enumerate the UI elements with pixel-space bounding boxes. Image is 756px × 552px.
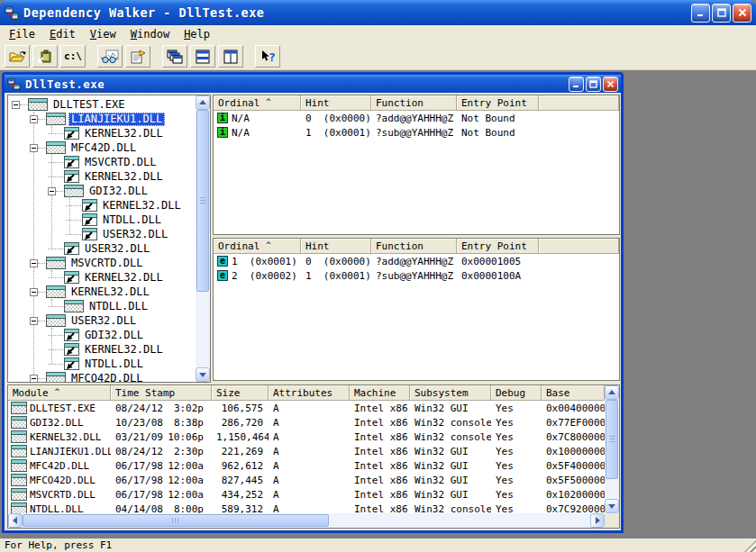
tree-item-dlltest-exe[interactable]: DLLTEST.EXE	[8, 97, 196, 112]
table-row[interactable]: MFC42D.DLL06/17/9812:00a962,612AIntel x8…	[8, 458, 605, 473]
table-row[interactable]: LIANJIEKU1.DLL08/24/122:30p221,269AIntel…	[8, 444, 605, 458]
collapse-toggle-icon[interactable]	[30, 144, 38, 152]
collapse-toggle-icon[interactable]	[12, 101, 20, 109]
collapse-toggle-icon[interactable]	[48, 187, 56, 195]
scroll-left-button[interactable]	[8, 513, 23, 528]
tree-item-user32-dll[interactable]: USER32.DLL	[8, 227, 196, 241]
table-row[interactable]: DLLTEST.EXE08/24/123:02p106,575AIntel x8…	[8, 401, 605, 415]
column-header-hint[interactable]: Hint	[301, 95, 371, 111]
view-undecorated-button[interactable]	[97, 45, 123, 68]
scroll-track[interactable]	[605, 479, 619, 499]
menu-window[interactable]: Window	[123, 26, 177, 42]
child-maximize-button[interactable]	[586, 77, 601, 92]
menu-view[interactable]: View	[83, 26, 123, 42]
child-window-icon[interactable]	[7, 77, 21, 91]
tree-item-ntdll-dll[interactable]: NTDLL.DLL	[8, 299, 196, 313]
collapse-toggle-icon[interactable]	[30, 259, 38, 267]
column-header-function[interactable]: Function	[371, 95, 457, 111]
subsystem-cell: Win32 GUI	[410, 446, 491, 457]
column-header-attributes[interactable]: Attributes	[269, 385, 350, 401]
table-row[interactable]: e1 (0x0001)0 (0x0000)?add@@YAHHH@Z0x0000…	[214, 254, 619, 268]
scroll-down-button[interactable]	[196, 367, 210, 382]
child-close-button[interactable]	[603, 77, 618, 92]
tree-item-ntdll-dll[interactable]: NTDLL.DLL	[8, 357, 196, 371]
table-row[interactable]: KERNEL32.DLL03/21/0910:06p1,150,464AInte…	[8, 430, 605, 444]
column-header-hint[interactable]: Hint	[301, 239, 371, 254]
scroll-down-button[interactable]	[605, 499, 619, 513]
tree-item-label: GDI32.DLL	[82, 329, 146, 342]
child-minimize-button[interactable]	[569, 77, 584, 92]
tree-item-gdi32-dll[interactable]: GDI32.DLL	[8, 328, 196, 342]
column-header-time-stamp[interactable]: Time Stamp	[111, 385, 212, 401]
table-row[interactable]: e2 (0x0002)1 (0x0001)?sub@@YAHHH@Z0x0000…	[214, 268, 619, 283]
table-row[interactable]: MFCO42D.DLL06/17/9812:00a827,445AIntel x…	[8, 473, 605, 487]
scroll-right-button[interactable]	[590, 513, 605, 528]
tree-item-user32-dll[interactable]: USER32.DLL	[8, 313, 196, 328]
modules-vertical-scrollbar[interactable]	[605, 385, 619, 513]
tree-item-kernel32-dll[interactable]: KERNEL32.DLL	[8, 169, 196, 184]
scroll-up-button[interactable]	[605, 385, 619, 400]
open-file-button[interactable]	[5, 45, 30, 68]
column-header-function[interactable]: Function	[371, 239, 457, 254]
collapse-toggle-icon[interactable]	[30, 288, 38, 296]
tree-item-kernel32-dll[interactable]: KERNEL32.DLL	[8, 342, 196, 357]
column-header-base[interactable]: Base	[542, 385, 605, 401]
tree-item-gdi32-dll[interactable]: GDI32.DLL	[8, 184, 196, 198]
app-icon[interactable]	[5, 5, 19, 20]
tree-item-kernel32-dll[interactable]: KERNEL32.DLL	[8, 198, 196, 213]
tree-item-ntdll-dll[interactable]: NTDLL.DLL	[8, 213, 196, 227]
menu-edit[interactable]: Edit	[42, 26, 83, 42]
child-titlebar[interactable]: DllTest.exe	[5, 75, 621, 93]
tree-item-label: USER32.DLL	[82, 242, 152, 256]
tree-item-user32-dll[interactable]: USER32.DLL	[8, 241, 196, 256]
scroll-thumb[interactable]	[196, 110, 209, 292]
main-titlebar[interactable]: Dependency Walker - DllTest.exe	[0, 0, 756, 25]
column-header-debug[interactable]: Debug	[491, 385, 542, 401]
collapse-toggle-icon[interactable]	[30, 375, 38, 383]
table-row[interactable]: MSVCRTD.DLL06/17/9812:00a434,252AIntel x…	[8, 487, 605, 502]
maximize-button[interactable]	[712, 4, 731, 23]
scroll-thumb[interactable]	[606, 400, 618, 479]
column-header-subsystem[interactable]: Subsystem	[410, 385, 491, 401]
tile-horizontal-button[interactable]	[190, 45, 215, 68]
tree-item-mfc42d-dll[interactable]: MFC42D.DLL	[8, 140, 196, 155]
column-header-ordinal[interactable]: Ordinal^	[214, 95, 301, 111]
close-button[interactable]	[733, 4, 751, 23]
tile-vertical-button[interactable]	[218, 45, 243, 68]
tree-item-msvcrtd-dll[interactable]: MSVCRTD.DLL	[8, 256, 196, 270]
table-row[interactable]: iN/A0 (0x0000)?add@@YAHHH@ZNot Bound	[214, 111, 619, 125]
view-full-paths-button[interactable]: c:\	[60, 45, 86, 68]
context-help-button[interactable]: ?	[255, 45, 280, 68]
tree-vertical-scrollbar[interactable]	[196, 95, 210, 382]
properties-button[interactable]	[125, 45, 150, 68]
base-cell: 0x00400000	[542, 403, 605, 414]
scroll-up-button[interactable]	[196, 95, 210, 110]
scroll-track[interactable]	[329, 513, 590, 528]
scroll-track[interactable]	[196, 292, 210, 367]
tree-item-lianjieku1-dll[interactable]: LIANJIEKU1.DLL	[8, 112, 196, 126]
minimize-button[interactable]	[691, 4, 710, 23]
column-header-ordinal[interactable]: Ordinal^	[214, 239, 301, 254]
table-row[interactable]: iN/A1 (0x0001)?sub@@YAHHH@ZNot Bound	[214, 125, 619, 140]
resize-grip[interactable]	[744, 540, 756, 552]
tree-item-mfco42d-dll[interactable]: MFCO42D.DLL	[8, 371, 196, 382]
tree-item-msvcrtd-dll[interactable]: MSVCRTD.DLL	[8, 155, 196, 169]
tree-item-kernel32-dll[interactable]: KERNEL32.DLL	[8, 126, 196, 140]
table-row[interactable]: NTDLL.DLL04/14/088:00p589,312AIntel x86W…	[8, 502, 605, 513]
column-header-entry-point[interactable]: Entry Point	[457, 239, 539, 254]
cascade-windows-button[interactable]	[162, 45, 187, 68]
menu-file[interactable]: File	[2, 26, 42, 42]
modules-horizontal-scrollbar[interactable]	[8, 513, 605, 528]
column-header-machine[interactable]: Machine	[350, 385, 410, 401]
table-row[interactable]: GDI32.DLL10/23/088:38p286,720AIntel x86W…	[8, 415, 605, 430]
column-header-size[interactable]: Size	[212, 385, 269, 401]
copy-button[interactable]	[32, 45, 58, 68]
collapse-toggle-icon[interactable]	[30, 317, 38, 325]
scroll-thumb[interactable]	[23, 514, 329, 527]
column-header-module[interactable]: Module^	[8, 385, 111, 401]
menu-help[interactable]: Help	[177, 26, 217, 42]
tree-item-kernel32-dll[interactable]: KERNEL32.DLL	[8, 285, 196, 299]
column-header-entry-point[interactable]: Entry Point	[457, 95, 539, 111]
tree-item-kernel32-dll[interactable]: KERNEL32.DLL	[8, 270, 196, 285]
collapse-toggle-icon[interactable]	[30, 115, 38, 123]
